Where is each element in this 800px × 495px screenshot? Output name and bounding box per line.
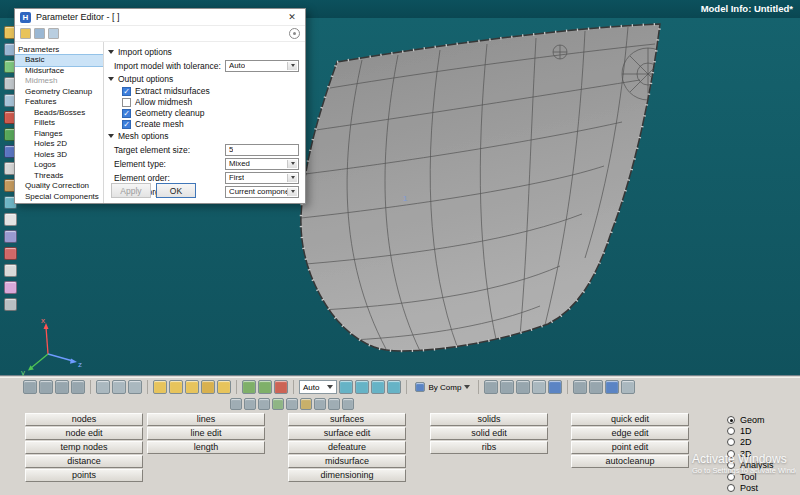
sphere-tool-icon[interactable] [605, 380, 619, 394]
elements-display-icon[interactable] [244, 398, 256, 410]
organize-icon[interactable] [217, 380, 231, 394]
open-parameters-icon[interactable] [20, 28, 31, 39]
target-element-size-input[interactable]: 5 [225, 144, 299, 156]
panel-button-length[interactable]: length [147, 441, 265, 454]
panel-button-ribs[interactable]: ribs [430, 441, 548, 454]
page-radio-3d[interactable]: 3D [727, 448, 774, 459]
next-view-icon[interactable] [589, 380, 603, 394]
panel-button-solids[interactable]: solids [430, 413, 548, 426]
page-radio-tool[interactable]: Tool [727, 471, 774, 482]
spherical-clip-icon[interactable] [387, 380, 401, 394]
ok-button[interactable]: OK [156, 183, 196, 198]
panel-button-defeature[interactable]: defeature [288, 441, 406, 454]
prev-view-icon[interactable] [573, 380, 587, 394]
apply-button[interactable]: Apply [111, 183, 151, 198]
element-order-select[interactable]: First [225, 172, 299, 184]
save-parameters-icon[interactable] [34, 28, 45, 39]
gear-icon[interactable] [621, 380, 635, 394]
page-radio-geom[interactable]: Geom [727, 414, 774, 425]
checkbox-checked-icon[interactable]: ✓ [122, 120, 131, 129]
tree-item-quality-correction[interactable]: Quality Correction [15, 181, 103, 192]
performance-icon[interactable] [342, 398, 354, 410]
checkbox-checked-icon[interactable]: ✓ [122, 87, 131, 96]
normals-icon[interactable] [314, 398, 326, 410]
tree-item-threads[interactable]: Threads [15, 171, 103, 182]
panel-button-edge-edit[interactable]: edge edit [571, 427, 689, 440]
panel-button-quick-edit[interactable]: quick edit [571, 413, 689, 426]
close-icon[interactable]: ✕ [284, 12, 300, 22]
fit-view-icon[interactable] [71, 380, 85, 394]
axis-icon[interactable] [4, 247, 17, 260]
element-handles-icon[interactable] [300, 398, 312, 410]
settings-gear-icon[interactable] [289, 28, 300, 39]
panel-button-autocleanup[interactable]: autocleanup [571, 455, 689, 468]
panel-button-midsurface[interactable]: midsurface [288, 455, 406, 468]
mesh-lines-icon[interactable] [516, 380, 530, 394]
tree-item-beads-bosses[interactable]: Beads/Bosses [15, 108, 103, 119]
page-radio-1d[interactable]: 1D [727, 425, 774, 436]
masked-sphere-icon[interactable] [355, 380, 369, 394]
delete-icon[interactable] [274, 380, 288, 394]
tree-item-special-components[interactable]: Special Components [15, 192, 103, 203]
wireframe-icon[interactable] [484, 380, 498, 394]
page-radio-2d[interactable]: 2D [727, 437, 774, 448]
settings-icon[interactable] [4, 298, 17, 311]
tree-item-midsurface[interactable]: Midsurface [15, 66, 103, 77]
panel-button-points[interactable]: points [25, 469, 143, 482]
panel-button-solid-edit[interactable]: solid edit [430, 427, 548, 440]
shaded-geometry-icon[interactable] [272, 398, 284, 410]
select-arrow-icon[interactable] [23, 380, 37, 394]
checkbox-unchecked-icon[interactable] [122, 98, 131, 107]
panel-button-surfaces[interactable]: surfaces [288, 413, 406, 426]
element-type-select[interactable]: Mixed [225, 158, 299, 170]
panel-button-node-edit[interactable]: node edit [25, 427, 143, 440]
shaded-icon[interactable] [500, 380, 514, 394]
screen-axes-icon[interactable] [96, 380, 110, 394]
visibility-icon[interactable] [230, 398, 242, 410]
list-icon[interactable] [4, 264, 17, 277]
import-options-header[interactable]: Import options [108, 47, 299, 57]
grid-icon[interactable] [112, 380, 126, 394]
tree-item-basic[interactable]: Basic [15, 55, 103, 66]
entity-selector[interactable]: Auto [299, 380, 337, 394]
tree-item-fillets[interactable]: Fillets [15, 118, 103, 129]
import-model-icon[interactable] [169, 380, 183, 394]
tree-item-logos[interactable]: Logos [15, 160, 103, 171]
mesh-options-header[interactable]: Mesh options [108, 131, 299, 141]
tolerance-select[interactable]: Auto [225, 60, 299, 72]
transparency-icon[interactable] [532, 380, 546, 394]
tree-item-holes-3d[interactable]: Holes 3D [15, 150, 103, 161]
panel-button-distance[interactable]: distance [25, 455, 143, 468]
pan-icon[interactable] [39, 380, 53, 394]
panel-button-dimensioning[interactable]: dimensioning [288, 469, 406, 482]
wireframe-geometry-icon[interactable] [286, 398, 298, 410]
displayed-sphere-icon[interactable] [339, 380, 353, 394]
color-mode-selector[interactable]: By Comp [412, 380, 473, 394]
tree-item-holes-2d[interactable]: Holes 2D [15, 139, 103, 150]
feature-lines-icon[interactable] [328, 398, 340, 410]
snap-icon[interactable] [128, 380, 142, 394]
geometry-display-icon[interactable] [258, 398, 270, 410]
checkbox-checked-icon[interactable]: ✓ [122, 109, 131, 118]
undo-icon[interactable] [242, 380, 256, 394]
tree-item-midmesh[interactable]: Midmesh [15, 76, 103, 87]
dialog-titlebar[interactable]: H Parameter Editor - [ ] ✕ [15, 9, 305, 26]
view-cube-icon[interactable] [548, 380, 562, 394]
save-session-icon[interactable] [201, 380, 215, 394]
panel-button-point-edit[interactable]: point edit [571, 441, 689, 454]
layers-icon[interactable] [4, 230, 17, 243]
redo-icon[interactable] [258, 380, 272, 394]
open-model-icon[interactable] [153, 380, 167, 394]
tree-item-flanges[interactable]: Flanges [15, 129, 103, 140]
page-radio-analysis[interactable]: Analysis [727, 460, 774, 471]
palette-icon[interactable] [4, 281, 17, 294]
panel-button-temp-nodes[interactable]: temp nodes [25, 441, 143, 454]
panel-button-lines[interactable]: lines [147, 413, 265, 426]
output-options-header[interactable]: Output options [108, 74, 299, 84]
element-organization-select[interactable]: Current component [225, 186, 299, 198]
rotate-icon[interactable] [55, 380, 69, 394]
export-model-icon[interactable] [185, 380, 199, 394]
tree-item-geometry-cleanup[interactable]: Geometry Cleanup [15, 87, 103, 98]
tree-item-features[interactable]: Features [15, 97, 103, 108]
panel-button-nodes[interactable]: nodes [25, 413, 143, 426]
